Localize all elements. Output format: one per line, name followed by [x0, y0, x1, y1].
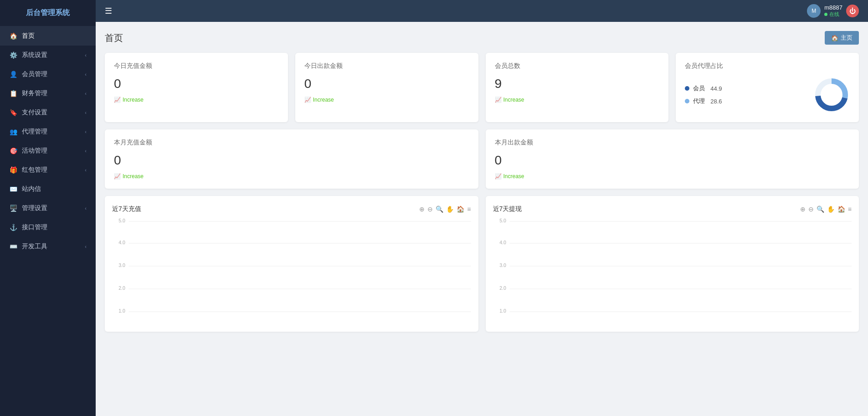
- home-btn-label: 主页: [841, 34, 853, 42]
- home-icon: 🏠: [9, 32, 17, 40]
- recharge-chart-card: 近7天充值 ⊕ ⊖ 🔍 ✋ 🏠 ≡ 5.0 4.0: [105, 196, 478, 332]
- redpacket-icon: 🎁: [9, 166, 17, 174]
- legend-label-member: 会员: [693, 84, 705, 92]
- sidebar-item-redpacket[interactable]: 🎁红包管理‹: [0, 160, 96, 180]
- power-button[interactable]: ⏻: [846, 5, 859, 17]
- sidebar-item-activity[interactable]: 🎯活动管理‹: [0, 141, 96, 160]
- home-button[interactable]: 🏠 主页: [825, 31, 859, 45]
- withdraw-chart-area: 5.0 4.0 3.0 2.0 1.0: [493, 218, 852, 327]
- sidebar-item-label-system: 系统设置: [22, 51, 47, 59]
- magnify-icon2[interactable]: 🔍: [817, 205, 824, 213]
- sidebar-item-label-devtools: 开发工具: [22, 242, 47, 251]
- donut-legend: 会员 44.9 代理 28.6: [685, 84, 722, 105]
- menu-icon2[interactable]: ≡: [848, 205, 852, 213]
- devtools-icon: ⌨️: [9, 242, 17, 251]
- sidebar-item-home[interactable]: 🏠首页: [0, 26, 96, 46]
- home-icon: 🏠: [831, 35, 838, 41]
- page-title: 首页: [105, 32, 123, 44]
- sidebar-item-inbox[interactable]: ✉️站内信: [0, 180, 96, 199]
- donut-chart: [813, 77, 850, 113]
- activity-chevron-icon: ‹: [85, 148, 87, 154]
- finance-chevron-icon: ‹: [85, 91, 87, 96]
- zoom-out-icon[interactable]: ⊖: [427, 205, 433, 213]
- top-stats-row: 今日充值金额 0 📈 Increase 今日出款金额 0 📈 Increase …: [105, 53, 859, 122]
- devtools-chevron-icon: ‹: [85, 244, 87, 249]
- sidebar-item-label-activity: 活动管理: [22, 147, 47, 155]
- month-stats-row: 本月充值金额 0 📈 Increase 本月出款金额 0 📈 Increase: [105, 129, 859, 189]
- system-chevron-icon: ‹: [85, 52, 87, 58]
- trend-up-icon2: 📈: [304, 97, 311, 103]
- today-recharge-title: 今日充值金额: [114, 62, 279, 70]
- month-recharge-trend: 📈 Increase: [114, 173, 469, 180]
- svg-text:1.0: 1.0: [118, 308, 125, 313]
- sidebar-item-finance[interactable]: 📋财务管理‹: [0, 84, 96, 103]
- avatar: M: [807, 4, 821, 18]
- today-withdraw-card: 今日出款金额 0 📈 Increase: [295, 53, 478, 122]
- today-recharge-card: 今日充值金额 0 📈 Increase: [105, 53, 288, 122]
- topbar: ☰ M m8887 在线 ⏻: [96, 0, 868, 22]
- hamburger-menu[interactable]: ☰: [105, 6, 112, 16]
- month-withdraw-card: 本月出款金额 0 📈 Increase: [486, 129, 859, 189]
- payment-chevron-icon: ‹: [85, 110, 87, 115]
- home-reset-icon2[interactable]: 🏠: [837, 205, 845, 213]
- sidebar-item-agent[interactable]: 👥代理管理‹: [0, 122, 96, 141]
- payment-icon: 🔖: [9, 108, 17, 117]
- interface-icon: ⚓: [9, 223, 17, 231]
- member-total-card: 会员总数 9 📈 Increase: [486, 53, 669, 122]
- trend-up-icon5: 📈: [495, 173, 502, 180]
- sidebar-item-devtools[interactable]: ⌨️开发工具‹: [0, 237, 96, 256]
- member-total-value: 9: [495, 77, 660, 91]
- month-withdraw-title: 本月出款金额: [495, 139, 850, 147]
- donut-card: 会员代理占比 会员 44.9 代理 28.6: [676, 53, 859, 122]
- sidebar-item-system[interactable]: ⚙️系统设置‹: [0, 46, 96, 65]
- menu-icon[interactable]: ≡: [467, 205, 471, 213]
- svg-text:1.0: 1.0: [499, 308, 506, 313]
- legend-label-agent: 代理: [693, 97, 705, 105]
- recharge-chart-tools: ⊕ ⊖ 🔍 ✋ 🏠 ≡: [419, 205, 471, 213]
- today-withdraw-value: 0: [304, 77, 469, 91]
- sidebar-item-label-redpacket: 红包管理: [22, 166, 47, 174]
- trend-up-icon: 📈: [114, 97, 121, 103]
- sidebar-item-admin[interactable]: 🖥️管理设置‹: [0, 199, 96, 218]
- activity-icon: 🎯: [9, 147, 17, 155]
- magnify-icon[interactable]: 🔍: [436, 205, 443, 213]
- month-recharge-title: 本月充值金额: [114, 139, 469, 147]
- finance-icon: 📋: [9, 89, 17, 98]
- svg-text:3.0: 3.0: [499, 262, 506, 268]
- donut-content: 会员 44.9 代理 28.6: [685, 77, 850, 113]
- recharge-chart-title: 近7天充值: [112, 205, 141, 213]
- user-name: m8887: [824, 4, 842, 11]
- sidebar: 后台管理系统 🏠首页⚙️系统设置‹👤会员管理‹📋财务管理‹🔖支付设置‹👥代理管理…: [0, 0, 96, 416]
- withdraw-chart-header: 近7天提现 ⊕ ⊖ 🔍 ✋ 🏠 ≡: [493, 205, 852, 213]
- sidebar-item-interface[interactable]: ⚓接口管理: [0, 218, 96, 237]
- page-header: 首页 🏠 主页: [105, 31, 859, 45]
- member-total-trend: 📈 Increase: [495, 97, 660, 103]
- sidebar-item-member[interactable]: 👤会员管理‹: [0, 65, 96, 84]
- legend-value-member: 44.9: [710, 85, 722, 92]
- charts-row: 近7天充值 ⊕ ⊖ 🔍 ✋ 🏠 ≡ 5.0 4.0: [105, 196, 859, 332]
- member-chevron-icon: ‹: [85, 72, 87, 77]
- pan-icon[interactable]: ✋: [446, 205, 454, 213]
- home-reset-icon[interactable]: 🏠: [457, 205, 464, 213]
- today-recharge-trend: 📈 Increase: [114, 97, 279, 103]
- agent-icon: 👥: [9, 128, 17, 136]
- zoom-in-icon[interactable]: ⊕: [419, 205, 425, 213]
- month-withdraw-trend: 📈 Increase: [495, 173, 850, 180]
- sidebar-item-payment[interactable]: 🔖支付设置‹: [0, 103, 96, 122]
- zoom-in-icon2[interactable]: ⊕: [800, 205, 806, 213]
- zoom-out-icon2[interactable]: ⊖: [808, 205, 814, 213]
- system-icon: ⚙️: [9, 51, 17, 59]
- legend-dot-member: [685, 86, 689, 91]
- sidebar-item-label-inbox: 站内信: [22, 185, 41, 193]
- donut-title: 会员代理占比: [685, 62, 850, 70]
- legend-dot-agent: [685, 99, 689, 103]
- user-info: m8887 在线: [824, 4, 842, 18]
- pan-icon2[interactable]: ✋: [827, 205, 835, 213]
- svg-text:4.0: 4.0: [118, 240, 125, 245]
- sidebar-item-label-payment: 支付设置: [22, 108, 47, 117]
- legend-value-agent: 28.6: [710, 98, 722, 105]
- topbar-left: ☰: [105, 6, 112, 16]
- sidebar-item-label-agent: 代理管理: [22, 128, 47, 136]
- svg-text:5.0: 5.0: [499, 218, 506, 223]
- member-icon: 👤: [9, 70, 17, 78]
